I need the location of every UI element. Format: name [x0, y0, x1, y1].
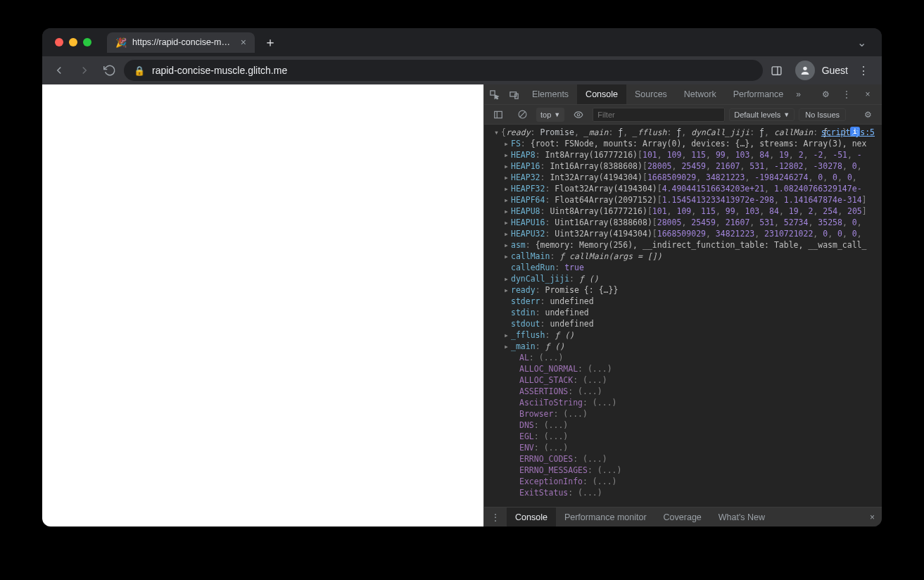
expand-arrow-icon[interactable]: ▸ [504, 217, 511, 228]
console-row[interactable]: ▸_main: ƒ () [488, 341, 882, 352]
console-row[interactable]: ▸FS: {root: FSNode, mounts: Array(0), de… [488, 138, 882, 149]
console-row[interactable]: ASSERTIONS: (...) [488, 386, 882, 397]
devtools-tab-console[interactable]: Console [577, 84, 626, 104]
svg-point-10 [577, 113, 580, 116]
devtools-tab-elements[interactable]: Elements [524, 84, 577, 104]
device-toolbar-icon[interactable] [504, 89, 524, 100]
lock-icon: 🔒 [134, 65, 145, 76]
new-tab-button[interactable]: ＋ [260, 32, 280, 52]
expand-arrow-icon[interactable]: ▸ [504, 183, 511, 194]
console-row[interactable]: ▸HEAP16: Int16Array(8388608) [28005, 254… [488, 160, 882, 172]
browser-menu-button[interactable]: ⋮ [851, 64, 876, 77]
console-row[interactable]: ▸callMain: ƒ callMain(args = []) [488, 251, 882, 262]
expand-arrow-icon[interactable]: ▸ [504, 149, 511, 160]
tab-bar: 🎉 https://rapid-concise-muscle.g × ＋ ⌄ [42, 28, 882, 56]
svg-point-2 [803, 67, 806, 70]
expand-arrow-icon[interactable]: ▸ [504, 284, 511, 296]
profile-avatar-icon[interactable] [795, 61, 815, 80]
svg-rect-0 [772, 66, 781, 74]
drawer-menu-icon[interactable]: ⋮ [484, 512, 507, 522]
collapse-arrow-icon[interactable]: ▾ [494, 127, 501, 138]
close-drawer-icon[interactable]: × [863, 512, 882, 522]
url-text: rapid-concise-muscle.glitch.me [152, 65, 287, 76]
side-panel-button[interactable] [766, 59, 788, 82]
console-row[interactable]: ▸HEAPU16: Uint16Array(8388608) [28005, 2… [488, 217, 882, 228]
issues-button[interactable]: No Issues [799, 108, 846, 121]
tabs-dropdown-icon[interactable]: ⌄ [847, 36, 876, 49]
devtools-tab-performance[interactable]: Performance [725, 84, 792, 104]
console-row[interactable]: ▸_fflush: ƒ () [488, 329, 882, 341]
drawer-tab-what-s-new[interactable]: What's New [710, 508, 773, 527]
console-row[interactable]: stdin: undefined [488, 307, 882, 318]
console-row[interactable]: ALLOC_STACK: (...) [488, 374, 882, 386]
console-output[interactable]: script.js:5 ▾{ready: Promise, _main: ƒ, … [484, 125, 882, 507]
drawer-tab-performance-monitor[interactable]: Performance monitor [556, 508, 655, 527]
expand-arrow-icon[interactable]: ▸ [504, 138, 511, 149]
expand-arrow-icon[interactable]: ▸ [504, 341, 511, 352]
inspect-element-icon[interactable] [484, 89, 504, 100]
settings-gear-icon[interactable]: ⚙ [816, 89, 835, 99]
maximize-window-icon[interactable] [83, 38, 91, 46]
console-toolbar: top▼ Default levels▼ No Issues ⚙ [484, 105, 882, 125]
svg-rect-6 [495, 111, 502, 118]
devtools-menu-icon[interactable]: ⋮ [837, 89, 856, 99]
expand-arrow-icon[interactable]: ▸ [504, 228, 511, 239]
console-row[interactable]: ▸HEAPU32: Uint32Array(4194304) [16685090… [488, 228, 882, 239]
log-levels-selector[interactable]: Default levels▼ [729, 108, 795, 121]
browser-tab[interactable]: 🎉 https://rapid-concise-muscle.g × [107, 32, 255, 53]
expand-arrow-icon[interactable]: ▸ [504, 273, 511, 284]
drawer-tab-console[interactable]: Console [507, 508, 556, 527]
close-tab-icon[interactable]: × [241, 37, 246, 47]
address-input[interactable]: 🔒 rapid-concise-muscle.glitch.me [124, 60, 763, 81]
devtools-drawer: ⋮ ConsolePerformance monitorCoverageWhat… [484, 507, 882, 527]
console-row[interactable]: ExitStatus: (...) [488, 487, 882, 498]
close-window-icon[interactable] [55, 38, 63, 46]
console-row[interactable]: ERRNO_MESSAGES: (...) [488, 465, 882, 476]
expand-arrow-icon[interactable]: ▸ [504, 206, 511, 217]
console-row[interactable]: ExceptionInfo: (...) [488, 476, 882, 487]
devtools-tab-network[interactable]: Network [676, 84, 725, 104]
context-selector[interactable]: top▼ [536, 108, 564, 122]
console-row[interactable]: ▸HEAP8: Int8Array(16777216) [101, 109, 1… [488, 149, 882, 160]
console-row[interactable]: AsciiToString: (...) [488, 397, 882, 408]
live-expression-icon[interactable] [569, 110, 588, 120]
back-button[interactable] [48, 59, 70, 82]
console-row[interactable]: ▸asm: {memory: Memory(256), __indirect_f… [488, 239, 882, 251]
expand-arrow-icon[interactable]: ▸ [504, 251, 511, 262]
minimize-window-icon[interactable] [69, 38, 77, 46]
devtools-tab-sources[interactable]: Sources [626, 84, 676, 104]
console-row[interactable]: ALLOC_NORMAL: (...) [488, 363, 882, 374]
console-filter-input[interactable] [593, 108, 725, 122]
console-row[interactable]: ▸dynCall_jiji: ƒ () [488, 273, 882, 284]
expand-arrow-icon[interactable]: ▸ [504, 239, 511, 251]
address-bar: 🔒 rapid-concise-muscle.glitch.me Guest ⋮ [42, 56, 882, 84]
console-row[interactable]: ▸HEAPF32: Float32Array(4194304) [4.49044… [488, 183, 882, 194]
console-row[interactable]: ▸HEAPU8: Uint8Array(16777216) [101, 109,… [488, 206, 882, 217]
console-row[interactable]: ▸ready: Promise {: {…}} [488, 284, 882, 296]
close-devtools-icon[interactable]: × [858, 89, 878, 99]
expand-arrow-icon[interactable]: ▸ [504, 194, 511, 206]
page-viewport[interactable] [42, 84, 483, 527]
console-row[interactable]: EGL: (...) [488, 431, 882, 442]
expand-arrow-icon[interactable]: ▸ [504, 160, 511, 172]
more-tabs-icon[interactable]: » [792, 89, 805, 99]
expand-arrow-icon[interactable]: ▸ [504, 329, 511, 341]
console-row[interactable]: stdout: undefined [488, 318, 882, 329]
console-row[interactable]: ERRNO_CODES: (...) [488, 453, 882, 465]
console-row[interactable]: ▸HEAP32: Int32Array(4194304) [1668509029… [488, 172, 882, 183]
expand-arrow-icon[interactable]: ▸ [504, 172, 511, 183]
console-row[interactable]: DNS: (...) [488, 420, 882, 431]
console-settings-icon[interactable]: ⚙ [858, 110, 878, 120]
drawer-tab-coverage[interactable]: Coverage [655, 508, 710, 527]
console-row[interactable]: stderr: undefined [488, 296, 882, 307]
console-row[interactable]: calledRun: true [488, 262, 882, 273]
console-row[interactable]: ENV: (...) [488, 442, 882, 453]
toggle-sidebar-icon[interactable] [488, 110, 508, 120]
clear-console-icon[interactable] [512, 110, 532, 119]
console-row[interactable]: AL: (...) [488, 352, 882, 363]
console-row[interactable]: Browser: (...) [488, 408, 882, 420]
source-link[interactable]: script.js:5 [821, 127, 875, 138]
forward-button[interactable] [73, 59, 96, 82]
console-row[interactable]: ▸HEAPF64: Float64Array(2097152) [1.15454… [488, 194, 882, 206]
reload-button[interactable] [99, 59, 121, 82]
